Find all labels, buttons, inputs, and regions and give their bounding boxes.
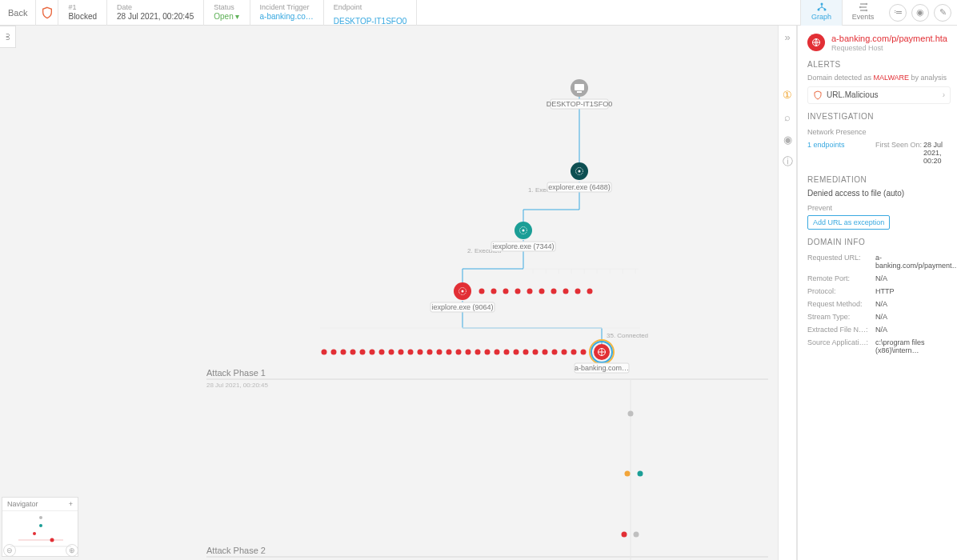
add-url-exception-button[interactable]: Add URL as exception [807,215,890,230]
svg-text:28 Jul 2021, 00:20:45: 28 Jul 2021, 00:20:45 [206,382,269,389]
graph-canvas[interactable]: Attack Phase 1 28 Jul 2021, 00:20:45 Att… [0,26,778,560]
domain-info-row: Remote Port:N/A [807,272,951,285]
incident-status[interactable]: Status Open ▾ [204,0,250,26]
incident-id: #1 Blocked [58,0,107,26]
visibility-icon[interactable]: ◉ [911,4,929,22]
tab-events[interactable]: Events [842,0,883,26]
svg-point-59 [360,350,366,355]
tab-graph[interactable]: Graph [800,0,842,26]
chevron-right-icon: › [943,90,945,99]
back-button[interactable]: Back [0,0,36,26]
info-icon[interactable]: ⓘ [779,150,796,173]
svg-point-82 [581,350,587,355]
domain-info-row: Requested URL:a-banking.com/p/payment… [807,251,951,272]
svg-point-102 [50,538,54,542]
shield-icon [36,0,58,26]
svg-point-94 [638,471,643,477]
navigator-add-icon[interactable]: + [69,500,73,508]
svg-text:explorer.exe (6488): explorer.exe (6488) [548,183,611,191]
svg-point-80 [562,350,567,355]
svg-point-46 [503,289,509,294]
svg-point-72 [485,350,491,355]
domain-info-row: Source Applicati…:c:\program files (x86)… [807,336,951,357]
svg-point-73 [495,350,500,355]
svg-point-92 [628,411,634,417]
svg-text:a-banking.com…: a-banking.com… [575,364,629,372]
svg-point-5 [865,9,867,10]
alerts-heading: ALERTS [807,60,951,69]
eye-icon[interactable]: ◉ [779,128,796,150]
remediation-heading: REMEDIATION [807,175,951,184]
alert-badge-icon[interactable]: ① [779,83,796,106]
svg-text:Attack Phase 2: Attack Phase 2 [206,546,266,555]
svg-text:Attack Phase 1: Attack Phase 1 [206,368,266,378]
svg-point-62 [389,350,394,355]
svg-point-95 [622,532,627,538]
events-icon [843,2,883,13]
svg-point-75 [514,350,519,355]
panel-subtitle: Requested Host [831,44,947,52]
svg-point-69 [456,350,462,355]
incident-trigger: Incident Trigger a-banking.co… [250,0,324,26]
investigation-heading: INVESTIGATION [807,112,951,121]
nav-zoom-out-icon[interactable]: ⊖ [3,544,16,557]
domain-info-row: Protocol:HTTP [807,285,951,298]
nav-fit-icon[interactable]: ⊕ [66,544,78,557]
graph-icon [801,2,842,13]
svg-point-66 [427,350,433,355]
svg-point-76 [523,350,529,355]
svg-point-65 [418,350,423,355]
svg-point-78 [543,350,548,355]
action-icon-1[interactable]: ≔ [889,4,907,22]
domain-info-row: Extracted File N…:N/A [807,323,951,336]
svg-text:35. Connected: 35. Connected [607,332,648,339]
domain-info-row: Request Method:N/A [807,298,951,310]
alert-detection-text: Domain detected as MALWARE by analysis [807,74,951,82]
search-icon[interactable]: ⌕ [779,106,796,128]
svg-point-71 [475,350,481,355]
svg-point-81 [571,350,577,355]
svg-text:iexplore.exe (9064): iexplore.exe (9064) [431,303,493,311]
svg-point-60 [370,350,375,355]
svg-point-77 [533,350,539,355]
svg-point-79 [552,350,558,355]
svg-point-21 [579,170,581,173]
collapse-panel-icon[interactable]: » [779,26,796,48]
svg-point-47 [515,289,521,294]
svg-point-56 [331,350,337,355]
svg-point-99 [39,524,42,527]
svg-rect-16 [577,91,582,93]
svg-point-49 [539,289,545,294]
svg-point-44 [479,289,485,294]
top-bar: Back #1 Blocked Date 28 Jul 2021, 00:20:… [0,0,957,26]
svg-point-63 [398,350,404,355]
details-panel: a-banking.com/p/payment.hta Requested Ho… [797,26,957,560]
svg-point-3 [865,2,867,4]
endpoints-link[interactable]: 1 endpoints [807,141,845,149]
svg-rect-15 [575,84,584,90]
svg-point-64 [408,350,414,355]
svg-point-45 [491,289,497,294]
svg-point-67 [437,350,442,355]
svg-point-100 [33,532,36,535]
globe-icon [807,34,825,51]
right-rail: » ① ⌕ ◉ ⓘ [778,26,797,560]
alert-item-url-malicious[interactable]: URL.Malicious › [807,86,951,104]
panel-title: a-banking.com/p/payment.hta [831,34,947,44]
svg-point-52 [575,289,581,294]
svg-point-70 [466,350,471,355]
remediation-text: Denied access to file (auto) [807,189,951,198]
svg-text:DESKTOP-IT1SFO0: DESKTOP-IT1SFO0 [547,100,612,108]
svg-text:iexplore.exe (7344): iexplore.exe (7344) [492,242,554,250]
svg-point-26 [523,230,525,232]
svg-point-50 [551,289,557,294]
incident-endpoint: Endpoint DESKTOP-IT1SFO0 [324,0,418,26]
svg-point-58 [350,350,356,355]
svg-point-96 [634,532,639,538]
svg-point-98 [39,516,42,519]
domain-info-row: Stream Type:N/A [807,310,951,323]
svg-point-55 [322,350,327,355]
svg-point-74 [504,350,510,355]
svg-point-68 [446,350,452,355]
edit-icon[interactable]: ✎ [934,4,951,22]
